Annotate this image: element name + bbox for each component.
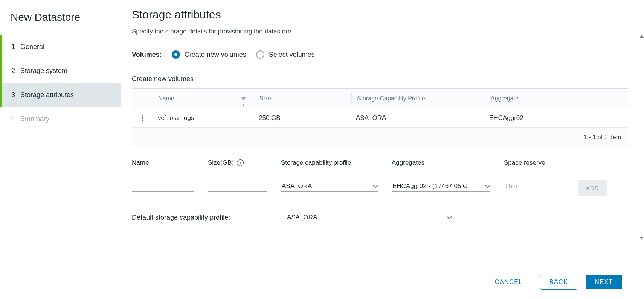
cell-size: 250 GB [253, 114, 351, 122]
label-space-reserve: Space reserve [504, 159, 564, 167]
table-pagination: 1 - 1 of 1 Item [132, 128, 629, 147]
main-panel: Storage attributes Specify the storage d… [121, 0, 644, 299]
add-button[interactable]: ADD [578, 180, 607, 196]
step-label: General [20, 43, 44, 51]
radio-icon [172, 50, 180, 59]
page-subtitle: Specify the storage details for provisio… [132, 28, 629, 35]
wizard-sidebar: New Datastore 1 General 2 Storage system… [0, 0, 121, 299]
filter-icon[interactable] [241, 97, 246, 100]
aggregates-select[interactable]: EHCAggr02 - (17467.05 G [392, 181, 490, 192]
radio-label: Select volumes [269, 51, 315, 59]
wizard-footer: CANCEL BACK NEXT [132, 265, 633, 299]
col-header-size: Size [254, 95, 351, 102]
default-scp-select[interactable]: ASA_ORA [286, 212, 452, 223]
scroll-up-icon[interactable] [639, 34, 644, 39]
label-scp: Storage capability profile [281, 159, 378, 167]
step-storage-attributes[interactable]: 3 Storage attributes [0, 83, 121, 107]
step-summary: 4 Summary [0, 107, 121, 131]
col-header-aggregate: Aggregate [485, 95, 629, 102]
page-title: Storage attributes [132, 8, 629, 21]
cell-scp: ASA_ORA [351, 114, 484, 122]
col-header-scp: Storage Capability Profile [352, 95, 485, 102]
col-header-name: Name [158, 95, 174, 102]
chevron-down-icon [373, 183, 378, 188]
scp-value: ASA_ORA [282, 182, 312, 190]
info-icon[interactable]: i [237, 159, 244, 166]
label-aggregates: Aggregates [392, 159, 490, 167]
step-storage-system[interactable]: 2 Storage system [0, 59, 121, 83]
wizard-title: New Datastore [0, 8, 121, 35]
volumes-table: Name Size Storage Capability Profile Agg… [132, 88, 629, 147]
cell-aggregate: EHCAggr02 [484, 114, 629, 122]
create-volumes-heading: Create new volumes [132, 75, 629, 83]
scp-select[interactable]: ASA_ORA [281, 181, 378, 192]
name-input[interactable] [132, 181, 194, 192]
step-label: Summary [20, 115, 49, 123]
row-actions-menu-icon[interactable] [142, 115, 143, 121]
space-reserve-value: Thin [504, 181, 564, 191]
next-button[interactable]: NEXT [586, 275, 622, 289]
volumes-label: Volumes: [132, 51, 162, 59]
radio-icon [256, 50, 264, 59]
cell-name: vcf_ora_logs [153, 114, 253, 122]
label-size: Size(GB) [208, 159, 234, 167]
step-label: Storage system [20, 67, 67, 75]
step-label: Storage attributes [20, 91, 74, 99]
scroll-down-icon[interactable] [639, 235, 644, 241]
aggregates-value: EHCAggr02 - (17467.05 G [392, 182, 468, 190]
cancel-button[interactable]: CANCEL [486, 275, 532, 289]
back-button[interactable]: BACK [540, 275, 578, 290]
radio-label: Create new volumes [185, 51, 246, 59]
step-general[interactable]: 1 General [0, 35, 121, 59]
chevron-down-icon [447, 214, 452, 219]
label-default-scp: Default storage capability profile: [132, 214, 286, 222]
table-row: vcf_ora_logs 250 GB ASA_ORA EHCAggr02 [132, 108, 629, 128]
default-scp-value: ASA_ORA [287, 214, 317, 221]
chevron-down-icon [485, 183, 490, 188]
table-header-row: Name Size Storage Capability Profile Agg… [132, 89, 629, 108]
radio-create-new-volumes[interactable]: Create new volumes [172, 50, 246, 59]
size-input[interactable] [208, 181, 267, 192]
label-name: Name [132, 159, 194, 167]
radio-select-volumes[interactable]: Select volumes [256, 50, 315, 59]
